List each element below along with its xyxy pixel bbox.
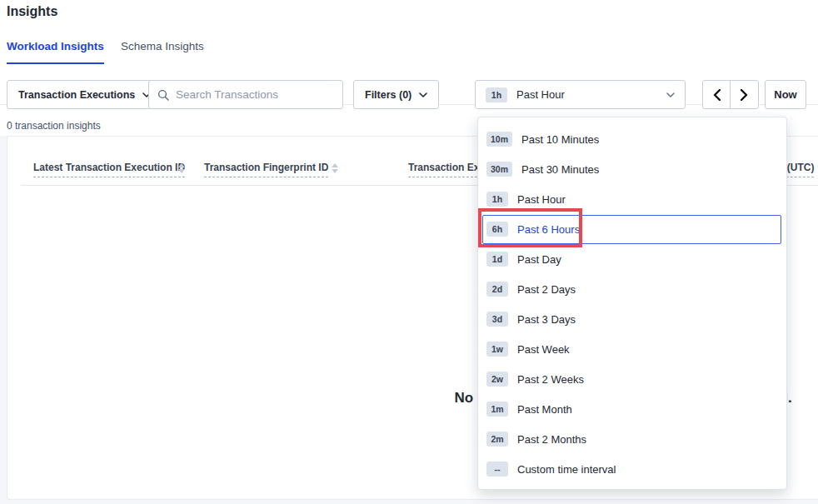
time-option-badge: 10m: [486, 132, 512, 147]
time-option-badge: 1m: [486, 402, 508, 417]
time-option-label: Past 30 Minutes: [521, 163, 599, 176]
time-option-label: Past Month: [517, 403, 572, 416]
time-option-past-hour[interactable]: 1h Past Hour: [478, 184, 786, 214]
time-option-label: Custom time interval: [517, 463, 616, 476]
time-option-badge: 2m: [486, 432, 508, 447]
time-option-past-10-minutes[interactable]: 10m Past 10 Minutes: [478, 124, 786, 154]
sort-icon[interactable]: [178, 163, 185, 175]
search-input[interactable]: [176, 88, 334, 101]
insights-count: 0 transaction insights: [7, 120, 101, 132]
time-option-label: Past 6 Hours: [517, 223, 580, 236]
time-option-past-3-days[interactable]: 3d Past 3 Days: [478, 304, 786, 334]
time-option-past-30-minutes[interactable]: 30m Past 30 Minutes: [478, 154, 786, 184]
search-box[interactable]: [148, 80, 343, 109]
time-option-badge: 1d: [486, 252, 508, 267]
time-option-badge: 30m: [486, 162, 512, 177]
tabs-bar: Workload Insights Schema Insights: [0, 40, 818, 65]
time-option-label: Past 10 Minutes: [521, 133, 599, 146]
time-option-past-6-hours[interactable]: 6h Past 6 Hours: [478, 214, 786, 244]
time-interval-label: Past Hour: [516, 88, 565, 101]
time-option-badge: 3d: [486, 312, 508, 327]
time-option-label: Past 2 Weeks: [517, 373, 584, 386]
chevron-down-icon: [666, 92, 675, 97]
time-interval-dropdown: 10m Past 10 Minutes 30m Past 30 Minutes …: [477, 117, 787, 490]
chevron-right-icon: [741, 89, 748, 101]
view-type-select[interactable]: Transaction Executions: [7, 80, 162, 109]
previous-interval-button[interactable]: [703, 81, 731, 108]
page-title: Insights: [7, 4, 57, 19]
filters-button-label: Filters (0): [365, 89, 411, 101]
insights-page: Insights Workload Insights Schema Insigh…: [0, 0, 818, 504]
time-option-past-2-weeks[interactable]: 2w Past 2 Weeks: [478, 364, 786, 394]
time-option-badge: 2d: [486, 282, 508, 297]
time-option-badge: 1h: [486, 192, 508, 207]
sort-icon[interactable]: [332, 163, 338, 175]
time-option-label: Past 3 Days: [517, 313, 576, 326]
time-option-past-week[interactable]: 1w Past Week: [478, 334, 786, 364]
time-option-badge: 1w: [486, 342, 508, 357]
time-option-badge: 6h: [486, 222, 508, 237]
filters-button[interactable]: Filters (0): [353, 80, 439, 109]
next-interval-button[interactable]: [731, 81, 758, 108]
tab-schema-insights[interactable]: Schema Insights: [121, 40, 204, 62]
time-option-past-2-days[interactable]: 2d Past 2 Days: [478, 274, 786, 304]
chevron-down-icon: [419, 92, 427, 97]
column-header-transaction-fingerprint-id[interactable]: Transaction Fingerprint ID: [204, 162, 328, 177]
column-header-latest-transaction-execution-id[interactable]: Latest Transaction Execution ID: [33, 162, 185, 177]
search-icon: [157, 89, 169, 101]
time-option-label: Past Hour: [517, 193, 566, 206]
time-interval-badge: 1h: [486, 87, 507, 102]
now-button[interactable]: Now: [765, 80, 806, 109]
time-range-arrows: [702, 80, 759, 109]
time-option-label: Past 2 Days: [517, 283, 576, 296]
time-option-past-month[interactable]: 1m Past Month: [478, 394, 786, 424]
time-option-custom-time-interval[interactable]: -- Custom time interval: [478, 454, 786, 484]
time-option-past-day[interactable]: 1d Past Day: [478, 244, 786, 274]
time-option-past-2-months[interactable]: 2m Past 2 Months: [478, 424, 786, 454]
view-type-select-label: Transaction Executions: [18, 89, 135, 101]
time-option-badge: --: [486, 462, 508, 477]
time-option-label: Past 2 Months: [517, 433, 586, 446]
time-option-label: Past Day: [517, 253, 561, 266]
chevron-left-icon: [713, 89, 721, 101]
tab-workload-insights[interactable]: Workload Insights: [7, 40, 104, 64]
time-interval-select[interactable]: 1h Past Hour: [475, 80, 686, 109]
time-option-badge: 2w: [486, 372, 508, 387]
time-option-label: Past Week: [517, 343, 570, 356]
